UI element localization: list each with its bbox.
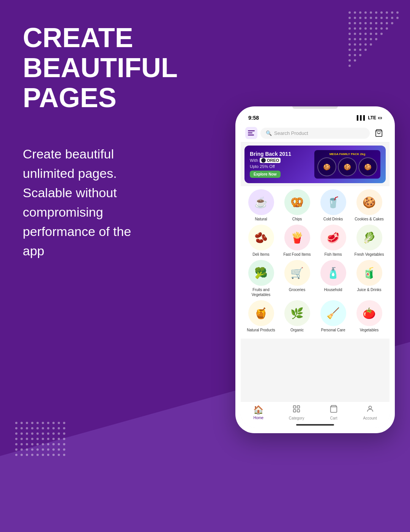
cat-item-household[interactable]: 🧴Household: [317, 260, 350, 297]
bottom-navigation: 🏠 Home Category: [241, 401, 390, 422]
cat-label-organic: Organic: [290, 328, 304, 332]
oreo-cookie-3: 🍪: [358, 157, 377, 176]
cat-item-groceries[interactable]: 🛒Groceries: [281, 260, 314, 297]
banner-cta-button[interactable]: Explore Now: [250, 171, 281, 178]
search-placeholder: Search Product: [274, 130, 308, 136]
cat-label-groceries: Groceries: [289, 287, 305, 292]
cat-label-fruits-veg: Fruits and Vegetables: [244, 287, 278, 297]
menu-icon[interactable]: [245, 127, 257, 139]
cat-circle-cookies: 🍪: [356, 189, 382, 215]
cat-circle-fast-food: 🍟: [284, 225, 310, 250]
cat-item-fast-food[interactable]: 🍟Fast Food Items: [281, 225, 314, 257]
cart-icon[interactable]: [373, 127, 385, 139]
nav-label-home: Home: [253, 416, 263, 420]
svg-point-9: [369, 406, 371, 409]
cat-label-fast-food: Fast Food Items: [283, 252, 311, 257]
network-label: LTE: [368, 115, 376, 120]
search-icon: 🔍: [266, 130, 272, 136]
categories-section: ☕Natural🥨Chips🥤Cold Drinks🍪Cookies & Cak…: [241, 186, 390, 401]
cart-nav-icon: [330, 405, 338, 415]
cat-item-fruits-veg[interactable]: 🥦Fruits and Vegetables: [244, 260, 278, 297]
cat-item-chips[interactable]: 🥨Chips: [281, 189, 314, 222]
status-time: 9:58: [248, 115, 259, 121]
cat-label-natural-products: Natural Products: [247, 328, 275, 332]
phone-mockup: 9:58 ▌▌▌ LTE ▭: [235, 106, 395, 517]
cat-circle-natural-products: 🍯: [248, 300, 274, 326]
cat-item-deli[interactable]: 🫘Deli Items: [244, 225, 278, 257]
search-input[interactable]: 🔍 Search Product: [260, 128, 370, 139]
cat-label-cookies: Cookies & Cakes: [355, 217, 384, 222]
nav-label-category: Category: [289, 416, 304, 420]
nav-label-account: Account: [363, 416, 377, 420]
nav-item-cart[interactable]: Cart: [330, 405, 338, 420]
cat-circle-chips: 🥨: [284, 189, 310, 215]
cat-circle-juice: 🧃: [356, 260, 382, 286]
cat-label-chips: Chips: [292, 217, 302, 222]
nav-item-home[interactable]: 🏠 Home: [253, 405, 263, 420]
cat-label-cold-drinks: Cold Drinks: [323, 217, 343, 222]
cat-circle-vegetables: 🍅: [356, 300, 382, 326]
banner-with-label: With: [250, 158, 258, 163]
oreo-cookie-1: 🍪: [317, 157, 336, 176]
promo-banner[interactable]: Bring Back 2011 With OREO Upto 25% Off E…: [244, 146, 386, 183]
cat-item-organic[interactable]: 🌿Organic: [281, 300, 314, 332]
svg-rect-5: [297, 406, 300, 408]
signal-icon: ▌▌▌: [357, 115, 367, 120]
cat-label-fresh-veg: Fresh Vegetables: [355, 252, 384, 257]
nav-item-category[interactable]: Category: [289, 405, 304, 420]
cat-label-deli: Deli Items: [252, 252, 269, 257]
svg-rect-2: [248, 135, 254, 136]
cat-item-cookies[interactable]: 🍪Cookies & Cakes: [353, 189, 386, 222]
cat-label-natural: Natural: [255, 217, 267, 222]
banner-mega-text: MEGA FAMILY PACK 2kg: [317, 152, 377, 156]
svg-rect-6: [293, 410, 296, 412]
cat-circle-fish: 🥩: [320, 225, 346, 250]
search-bar[interactable]: 🔍 Search Product: [241, 124, 390, 142]
cat-item-juice[interactable]: 🧃Juice & Drinks: [353, 260, 386, 297]
home-indicator: [241, 422, 390, 428]
home-icon: 🏠: [253, 405, 263, 415]
cat-circle-deli: 🫘: [248, 225, 274, 250]
nav-item-account[interactable]: Account: [363, 405, 377, 420]
cat-item-cold-drinks[interactable]: 🥤Cold Drinks: [317, 189, 350, 222]
cat-label-fish: Fish Items: [324, 252, 342, 257]
account-icon: [366, 405, 374, 415]
cat-circle-fruits-veg: 🥦: [248, 260, 274, 286]
banner-discount: Upto 25% Off: [250, 164, 291, 169]
svg-rect-4: [293, 406, 296, 408]
battery-icon: ▭: [378, 115, 382, 120]
dots-decoration-top-right: [348, 11, 399, 67]
cat-item-fish[interactable]: 🥩Fish Items: [317, 225, 350, 257]
cat-label-personal-care: Personal Care: [321, 328, 345, 332]
cat-item-personal-care[interactable]: 🧹Personal Care: [317, 300, 350, 332]
phone-notch: [292, 106, 338, 109]
status-bar: 9:58 ▌▌▌ LTE ▭: [241, 112, 390, 124]
banner-brand-logo: OREO: [260, 158, 281, 163]
cat-item-natural-products[interactable]: 🍯Natural Products: [244, 300, 278, 332]
cat-item-vegetables[interactable]: 🍅Vegetables: [353, 300, 386, 332]
cat-item-natural[interactable]: ☕Natural: [244, 189, 278, 222]
cat-circle-personal-care: 🧹: [320, 300, 346, 326]
cat-item-fresh-veg[interactable]: 🥬Fresh Vegetables: [353, 225, 386, 257]
cat-circle-cold-drinks: 🥤: [320, 189, 346, 215]
cat-circle-household: 🧴: [320, 260, 346, 286]
nav-label-cart: Cart: [330, 416, 337, 420]
main-heading: CREATE BEAUTIFUL PAGES: [23, 23, 270, 113]
categories-grid-wrap: ☕Natural🥨Chips🥤Cold Drinks🍪Cookies & Cak…: [241, 186, 390, 339]
banner-images: MEGA FAMILY PACK 2kg 🍪 🍪 �: [314, 150, 380, 179]
cat-circle-natural: ☕: [248, 189, 274, 215]
page-description: Create beautiful unlimited pages. Scalab…: [23, 144, 152, 261]
cat-circle-organic: 🌿: [284, 300, 310, 326]
home-bar: [296, 424, 334, 426]
oreo-cookie-2: 🍪: [338, 157, 357, 176]
cat-label-juice: Juice & Drinks: [357, 287, 382, 292]
cat-label-household: Household: [324, 287, 342, 292]
banner-title: Bring Back 2011: [250, 151, 291, 157]
svg-rect-7: [297, 410, 300, 412]
dots-decoration-bottom-left: [15, 422, 65, 456]
categories-grid: ☕Natural🥨Chips🥤Cold Drinks🍪Cookies & Cak…: [244, 189, 386, 332]
cat-label-vegetables: Vegetables: [360, 328, 379, 332]
status-icons: ▌▌▌ LTE ▭: [357, 115, 382, 120]
banner-text-block: Bring Back 2011 With OREO Upto 25% Off E…: [250, 151, 291, 178]
cat-circle-groceries: 🛒: [284, 260, 310, 286]
